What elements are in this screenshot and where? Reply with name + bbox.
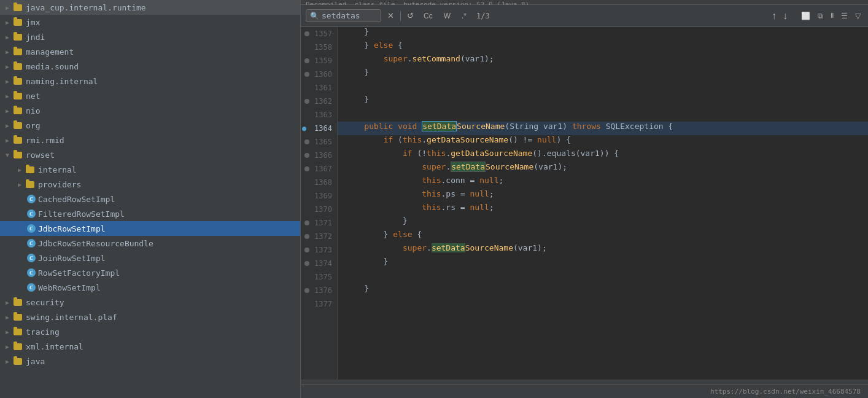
chevron-right-icon: ▶ — [2, 358, 12, 365]
code-line-1360: } — [338, 68, 868, 81]
sidebar-item-providers[interactable]: ▶ providers — [0, 177, 300, 192]
sidebar-item-java-cup-internal-runtime[interactable]: ▶ java_cup.internal.runtime — [0, 0, 300, 15]
sidebar-item-jmx[interactable]: ▶ jmx — [0, 15, 300, 29]
file-header: Decompiled .class file, bytecode version… — [301, 0, 868, 5]
sidebar-item-label: org — [26, 121, 40, 130]
sidebar-item-label: tracing — [26, 327, 60, 337]
code-content[interactable]: } } else { super.setCommand(var1); } } — [338, 27, 868, 380]
chevron-right-icon: ▶ — [2, 343, 12, 350]
close-search-button[interactable]: ✕ — [385, 10, 397, 21]
sidebar-item-rowset[interactable]: ▼ rowset — [0, 147, 300, 162]
sidebar-item-label: java_cup.internal.runtime — [26, 3, 146, 12]
prev-result-button[interactable]: ↑ — [769, 9, 779, 23]
search-input[interactable] — [322, 11, 377, 20]
class-icon: C — [27, 195, 36, 203]
refresh-button[interactable]: ↺ — [405, 10, 416, 21]
sidebar-item-jndi[interactable]: ▶ jndi — [0, 29, 300, 44]
chevron-right-icon: ▶ — [2, 63, 12, 70]
code-line-1371: } — [338, 216, 868, 230]
sidebar-item-label: jmx — [26, 18, 40, 27]
code-line-1372: } else { — [338, 230, 868, 243]
folder-icon — [12, 17, 23, 28]
class-icon: C — [27, 254, 36, 262]
search-count: 1/3 — [476, 12, 490, 20]
folder-icon — [12, 135, 23, 146]
chevron-right-icon: ▶ — [2, 4, 12, 11]
sidebar-item-label: media.sound — [26, 62, 79, 71]
sidebar-item-rowset-factory-impl[interactable]: ▶ C RowSetFactoryImpl — [0, 265, 300, 280]
horizontal-scrollbar[interactable] — [301, 380, 868, 384]
sidebar-item-media-sound[interactable]: ▶ media.sound — [0, 59, 300, 74]
sidebar-item-label: java — [26, 357, 45, 366]
sidebar-item-label: JoinRowSetImpl — [38, 254, 106, 263]
search-match-3: setData — [432, 243, 465, 252]
sidebar-item-label: CachedRowSetImpl — [38, 195, 115, 204]
sidebar-item-cached-rowset-impl[interactable]: ▶ C CachedRowSetImpl — [0, 192, 300, 206]
folder-icon — [12, 76, 23, 87]
sidebar-item-net[interactable]: ▶ net — [0, 88, 300, 103]
toggle-view-button[interactable]: ⬜ — [799, 10, 813, 21]
sidebar-item-swing-internal-plaf[interactable]: ▶ swing.internal.plaf — [0, 310, 300, 324]
line-number: 1368 — [301, 176, 337, 189]
line-number: 1357 — [301, 27, 337, 41]
chevron-right-icon: ▶ — [2, 299, 12, 306]
folder-icon — [12, 2, 23, 13]
whole-word-button[interactable]: W — [440, 10, 454, 22]
line-number: 1360 — [301, 68, 337, 81]
sidebar-item-label: JdbcRowSetImpl — [38, 224, 106, 233]
settings-button[interactable]: ☰ — [839, 10, 850, 21]
folder-icon — [12, 31, 23, 42]
search-bar: 🔍 setdatas ✕ ↺ Cc W .* 1/3 ↑ ↓ ⬜ ⧉ Ⅱ ☰ ▽ — [301, 5, 868, 27]
sidebar-item-tracing[interactable]: ▶ tracing — [0, 324, 300, 339]
chevron-right-icon: ▶ — [2, 93, 12, 99]
code-panel: Decompiled .class file, bytecode version… — [301, 0, 868, 398]
line-number: 1375 — [301, 270, 337, 284]
sidebar-item-jdbc-rowset-resource-bundle[interactable]: ▶ C JdbcRowSetResourceBundle — [0, 236, 300, 251]
sidebar-item-join-rowset-impl[interactable]: ▶ C JoinRowSetImpl — [0, 251, 300, 265]
code-line-1368: this.conn = null; — [338, 176, 868, 189]
toolbar-icons: ⬜ ⧉ Ⅱ ☰ ▽ — [799, 10, 863, 21]
next-result-button[interactable]: ↓ — [780, 9, 790, 23]
sidebar-item-internal[interactable]: ▶ internal — [0, 162, 300, 177]
line-number: 1371 — [301, 216, 337, 230]
chevron-right-icon: ▶ — [2, 49, 12, 55]
line-number: 1374 — [301, 257, 337, 270]
sidebar-item-org[interactable]: ▶ org — [0, 118, 300, 133]
match-case-button[interactable]: Cc — [420, 10, 436, 22]
code-line-1373: super.setDataSourceName(var1); — [338, 243, 868, 257]
line-number: 1367 — [301, 162, 337, 176]
class-icon: C — [27, 268, 36, 277]
code-line-1376: } — [338, 284, 868, 297]
sidebar-item-web-rowset-impl[interactable]: ▶ C WebRowSetImpl — [0, 280, 300, 295]
chevron-down-icon: ▼ — [2, 152, 12, 158]
sidebar-item-jdbc-rowset-impl[interactable]: ▶ C JdbcRowSetImpl — [0, 221, 300, 236]
sidebar-item-filtered-rowset-impl[interactable]: ▶ C FilteredRowSetImpl — [0, 206, 300, 221]
sidebar-item-label: management — [26, 47, 74, 57]
chevron-right-icon: ▶ — [2, 107, 12, 114]
sidebar-item-xml-internal[interactable]: ▶ xml.internal — [0, 339, 300, 354]
sidebar-item-label: xml.internal — [26, 342, 83, 351]
sidebar-item-label: FilteredRowSetImpl — [38, 209, 125, 219]
split-view-button[interactable]: ⧉ — [815, 10, 826, 21]
line-number: 1373 — [301, 243, 337, 257]
sidebar-item-label: internal — [38, 165, 77, 174]
sidebar-item-rmi-rmid[interactable]: ▶ rmi.rmid — [0, 133, 300, 147]
sidebar-item-java[interactable]: ▶ java — [0, 354, 300, 369]
sidebar-item-naming-internal[interactable]: ▶ naming.internal — [0, 74, 300, 88]
regex-button[interactable]: .* — [458, 10, 470, 22]
sidebar-item-management[interactable]: ▶ management — [0, 44, 300, 59]
folder-icon — [25, 179, 36, 190]
line-number-active: 1364 — [301, 122, 337, 135]
code-line-1363 — [338, 108, 868, 122]
filter-button[interactable]: ▽ — [853, 10, 863, 21]
code-line-1365: if (this.getDataSourceName() != null) { — [338, 135, 868, 149]
chevron-right-icon: ▶ — [15, 166, 25, 173]
diff-button[interactable]: Ⅱ — [828, 10, 836, 21]
code-line-1358: } else { — [338, 41, 868, 54]
sidebar-item-nio[interactable]: ▶ nio — [0, 103, 300, 118]
sidebar-item-label: WebRowSetImpl — [38, 283, 101, 292]
sidebar-item-security[interactable]: ▶ security — [0, 295, 300, 310]
folder-icon — [12, 61, 23, 72]
chevron-right-icon: ▶ — [2, 78, 12, 85]
line-number: 1376 — [301, 284, 337, 297]
